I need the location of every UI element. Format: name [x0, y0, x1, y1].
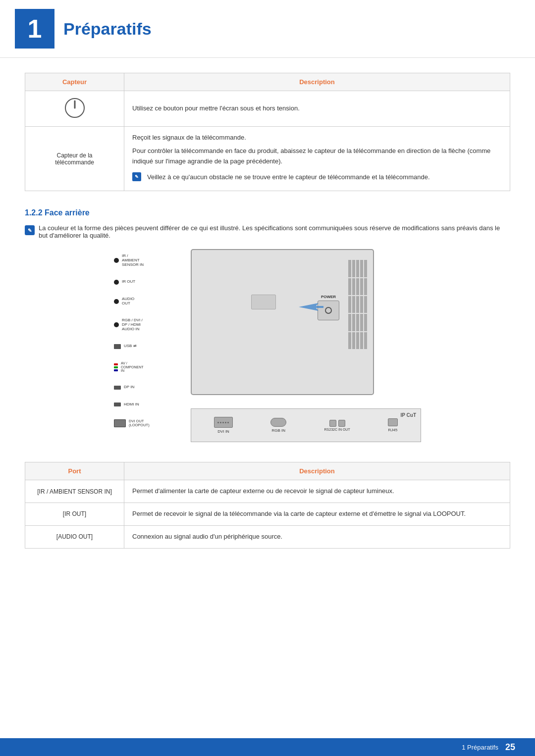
port-rgb-audio-label: RGB / DVI /DP / HDMIAUDIO IN	[122, 318, 143, 331]
left-ports-panel: IR /AMBIENTSENSOR IN IR OUT AUDIOOUT RGB…	[114, 254, 193, 427]
port-audio-out: AUDIOOUT	[114, 297, 193, 306]
bottom-port-rs232c: RS232C IN OUT	[324, 420, 350, 431]
port-cell-ir-ambient: [IR / AMBIENT SENSOR IN]	[25, 480, 124, 503]
back-panel-diagram: IR /AMBIENTSENSOR IN IR OUT AUDIOOUT RGB…	[25, 249, 510, 447]
bottom-ports-panel: DVI IN RGB IN RS232C IN OUT	[191, 408, 421, 442]
table-row: Capteur de latélécommande Reçoit les sig…	[25, 127, 510, 191]
table-row: Utilisez ce bouton pour mettre l'écran s…	[25, 91, 510, 127]
port-ir-out-label: IR OUT	[122, 280, 135, 284]
note-text: Veillez à ce qu'aucun obstacle ne se tro…	[147, 172, 430, 183]
note-disclaimer-block: ✎ La couleur et la forme des pièces peuv…	[25, 224, 510, 239]
footer-chapter-text: 1 Préparatifs	[462, 744, 498, 751]
dvi-in-label: DVI IN	[217, 429, 229, 434]
ipcut-label: IP CuT	[401, 412, 416, 418]
monitor-back-body: POWER	[191, 249, 374, 395]
port-hdmi-in: HDMI IN	[114, 403, 193, 407]
port-desc-ir-out: Permet de recevoir le signal de la téléc…	[124, 503, 510, 525]
port-audio-out-label: AUDIOOUT	[122, 297, 134, 306]
main-content: Capteur Description Utilisez ce bouton p…	[0, 73, 535, 549]
ports-table: Port Description [IR / AMBIENT SENSOR IN…	[25, 462, 510, 548]
bottom-port-rgb-in: RGB IN	[270, 418, 286, 433]
chapter-title: Préparatifs	[63, 19, 152, 39]
monitor-grill	[348, 260, 368, 349]
port-dp-in-label: DP IN	[124, 385, 134, 390]
table-row: [IR / AMBIENT SENSOR IN] Permet d'alimen…	[25, 480, 510, 503]
table2-col1-header: Port	[25, 462, 124, 480]
remote-sensor-cell: Capteur de latélécommande	[25, 127, 124, 191]
port-ir-ambient-label: IR /AMBIENTSENSOR IN	[122, 254, 144, 267]
power-icon	[64, 97, 86, 119]
port-dp-in: DP IN	[114, 385, 193, 390]
table-row: [AUDIO OUT] Connexion au signal audio d'…	[25, 525, 510, 548]
desc-line-2: Pour contrôler la télécommande en face d…	[132, 146, 502, 167]
section-122-heading: 1.2.2 Face arrière	[25, 208, 510, 217]
rj45-label: RJ45	[388, 428, 398, 432]
remote-sensor-label: Capteur de latélécommande	[33, 152, 116, 166]
power-arrow	[299, 302, 323, 313]
table1-col2-header: Description	[124, 73, 510, 91]
bottom-port-dvi-in: DVI IN	[214, 417, 233, 434]
port-cell-audio-out: [AUDIO OUT]	[25, 525, 124, 548]
diagram-wrapper: IR /AMBIENTSENSOR IN IR OUT AUDIOOUT RGB…	[114, 249, 421, 447]
sensor-table: Capteur Description Utilisez ce bouton p…	[25, 73, 510, 191]
footer-page-number: 25	[505, 742, 515, 753]
port-dvi-out-label: DVI OUT(LOOPOUT)	[129, 419, 150, 428]
rgb-in-label: RGB IN	[272, 428, 286, 433]
rs232c-label: RS232C IN OUT	[324, 428, 350, 431]
port-rgb-audio-in: RGB / DVI /DP / HDMIAUDIO IN	[114, 318, 193, 331]
page-footer: 1 Préparatifs 25	[0, 738, 535, 756]
note-icon: ✎	[132, 172, 141, 181]
port-av-component: AV /COMPONENTIN	[114, 361, 193, 373]
port-usb-label: USB ⇌	[124, 344, 137, 349]
port-dvi-out: DVI OUT(LOOPOUT)	[114, 419, 193, 428]
power-label: POWER	[311, 295, 346, 299]
note-disclaimer-icon: ✎	[25, 225, 35, 235]
desc-line-1: Reçoit les signaux de la télécommande.	[132, 133, 502, 143]
svg-marker-2	[299, 303, 323, 311]
table-row: [IR OUT] Permet de recevoir le signal de…	[25, 503, 510, 525]
page-header: 1 Préparatifs	[0, 0, 535, 58]
port-av-component-label: AV /COMPONENTIN	[121, 361, 144, 373]
note-disclaimer-text: La couleur et la forme des pièces peuven…	[39, 224, 510, 239]
power-button-cell	[25, 91, 124, 127]
bottom-port-rj45: RJ45	[388, 418, 398, 432]
port-desc-ir-ambient: Permet d'alimenter la carte de capteur e…	[124, 480, 510, 503]
port-ir-ambient: IR /AMBIENTSENSOR IN	[114, 254, 193, 267]
monitor-center-module	[251, 295, 276, 309]
port-ir-out: IR OUT	[114, 280, 193, 285]
note-line: ✎ Veillez à ce qu'aucun obstacle ne se t…	[132, 170, 502, 185]
table2-col2-header: Description	[124, 462, 510, 480]
port-usb: USB ⇌	[114, 344, 193, 349]
power-button-desc: Utilisez ce bouton pour mettre l'écran s…	[124, 91, 510, 127]
port-cell-ir-out: [IR OUT]	[25, 503, 124, 525]
port-desc-audio-out: Connexion au signal audio d'un périphéri…	[124, 525, 510, 548]
chapter-number: 1	[15, 9, 54, 49]
port-hdmi-in-label: HDMI IN	[124, 403, 139, 407]
table1-col1-header: Capteur	[25, 73, 124, 91]
remote-sensor-desc: Reçoit les signaux de la télécommande. P…	[124, 127, 510, 191]
